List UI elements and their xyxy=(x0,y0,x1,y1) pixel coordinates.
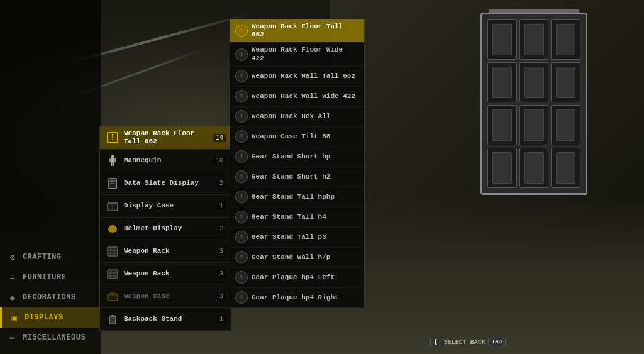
right-label-wrfw422: Weapon Rack Floor Wide 422 xyxy=(252,46,359,62)
mid-count-mannequin: 10 xyxy=(213,157,226,165)
helmet-icon xyxy=(105,221,120,236)
svg-rect-21 xyxy=(108,270,118,279)
mid-item-backpack-stand[interactable]: Backpack Stand 1 xyxy=(100,308,231,331)
rack-slot xyxy=(519,105,549,145)
nav-item-decorations[interactable]: ◈ DECORATIONS xyxy=(0,287,101,307)
back-key: TAB xyxy=(488,338,506,346)
right-item-gstp3[interactable]: ! Gear Stand Tall p3 xyxy=(230,228,364,248)
rack-slot xyxy=(551,62,580,102)
nav-miscellaneous-label: MISCELLANEOUS xyxy=(23,333,86,342)
backpack-icon xyxy=(105,312,120,327)
mid-item-left: Weapon Rack xyxy=(105,244,170,259)
mid-label-weapon-rack-2: Weapon Rack xyxy=(124,270,170,278)
mid-label-mannequin: Mannequin xyxy=(124,157,161,165)
right-item-gsthphp[interactable]: ! Gear Stand Tall hphp xyxy=(230,187,364,207)
mid-label-helmet: Helmet Display xyxy=(124,224,182,233)
back-button[interactable]: BACK TAB xyxy=(470,338,506,346)
rack-slot xyxy=(519,148,549,188)
mid-item-display-case[interactable]: Display Case 1 xyxy=(100,195,231,218)
svg-rect-2 xyxy=(109,158,111,162)
weapon-rack-preview xyxy=(480,13,594,201)
mid-item-weapon-rack-floor-tall[interactable]: ! Weapon Rack Floor Tall 662 14 xyxy=(100,126,231,150)
right-item-wrft662[interactable]: ! Weapon Rack Floor Tall 662 xyxy=(230,19,364,43)
mid-label-display-case: Display Case xyxy=(124,202,174,210)
right-item-wct88[interactable]: ! Weapon Case Tilt 88 xyxy=(230,127,364,147)
svg-rect-30 xyxy=(111,319,114,321)
right-warning-icon-12: ! xyxy=(235,271,248,284)
right-item-gsth4[interactable]: ! Gear Stand Tall h4 xyxy=(230,207,364,228)
right-label-wrft662: Weapon Rack Floor Tall 662 xyxy=(252,23,359,39)
right-label-gsth4: Gear Stand Tall h4 xyxy=(252,213,326,221)
rack-slot xyxy=(519,62,549,102)
svg-rect-9 xyxy=(110,185,113,185)
rack-slot xyxy=(551,148,580,188)
nav-displays-label: DISPLAYS xyxy=(25,313,64,322)
crafting-icon: ⚙ xyxy=(8,252,18,262)
mid-item-left: Weapon Rack xyxy=(105,267,170,282)
nav-item-crafting[interactable]: ⚙ CRAFTING xyxy=(0,247,101,267)
right-warning-icon-7: ! xyxy=(235,170,248,183)
rack-frame xyxy=(480,13,587,195)
bottom-controls: [ SELECT BACK TAB xyxy=(430,338,506,346)
mid-item-data-slate[interactable]: Data Slate Display 2 xyxy=(100,172,231,195)
right-warning-icon-6: ! xyxy=(235,150,248,163)
select-button[interactable]: [ SELECT xyxy=(430,338,466,346)
rack-slot xyxy=(487,62,517,102)
mid-count-display-case: 1 xyxy=(217,202,226,210)
right-warning-icon-10: ! xyxy=(235,231,248,243)
right-warning-icon-2: ! xyxy=(235,70,248,82)
displays-icon: ▣ xyxy=(9,313,19,323)
nav-item-furniture[interactable]: ≡ FURNITURE xyxy=(0,267,101,287)
right-label-gsthphp: Gear Stand Tall hphp xyxy=(252,193,335,201)
mid-item-left: Mannequin xyxy=(105,153,161,169)
mid-label-data-slate: Data Slate Display xyxy=(124,179,199,187)
nav-item-displays[interactable]: ▣ DISPLAYS xyxy=(0,307,101,328)
mid-item-left: Helmet Display xyxy=(105,221,182,236)
svg-rect-7 xyxy=(110,180,115,182)
right-item-wrha[interactable]: ! Weapon Rack Hex All xyxy=(230,107,364,127)
right-label-wrww422: Weapon Rack Wall Wide 422 xyxy=(252,92,355,101)
svg-point-0 xyxy=(111,155,114,158)
nav-decorations-label: DECORATIONS xyxy=(23,293,76,302)
mid-item-left: Data Slate Display xyxy=(105,176,199,191)
mid-item-weapon-rack-1[interactable]: Weapon Rack 3 xyxy=(100,240,231,263)
right-warning-icon-0: ! xyxy=(235,25,248,37)
right-warning-icon-5: ! xyxy=(235,130,248,143)
mid-count-helmet: 2 xyxy=(217,224,226,233)
mid-item-weapon-rack-2[interactable]: Weapon Rack 3 xyxy=(100,263,231,285)
svg-point-14 xyxy=(109,225,116,230)
right-label-gph4l: Gear Plaque hp4 Left xyxy=(252,274,335,282)
nav-item-miscellaneous[interactable]: ⋯ MISCELLANEOUS xyxy=(0,328,101,348)
right-item-gph4r[interactable]: ! Gear Plaque hp4 Right xyxy=(230,288,364,308)
weapon-case-icon xyxy=(105,289,120,304)
mid-count-weapon-case: 3 xyxy=(217,292,226,301)
rack-slot xyxy=(551,105,580,145)
mid-item-helmet-display[interactable]: Helmet Display 2 xyxy=(100,218,231,240)
mid-label-backpack: Backpack Stand xyxy=(124,315,182,323)
right-item-wrwt662[interactable]: ! Weapon Rack Wall Tall 662 xyxy=(230,67,364,87)
rack-slot xyxy=(551,19,580,60)
mid-item-mannequin[interactable]: Mannequin 10 xyxy=(100,150,231,172)
select-label: SELECT xyxy=(444,339,467,346)
mid-item-left: ! Weapon Rack Floor Tall 662 xyxy=(105,130,213,146)
mid-count-wrft: 14 xyxy=(213,134,226,142)
right-item-wrww422[interactable]: ! Weapon Rack Wall Wide 422 xyxy=(230,87,364,107)
svg-rect-3 xyxy=(114,158,116,162)
mid-item-weapon-case[interactable]: Weapon Case 3 xyxy=(100,285,231,308)
right-item-wrfw422[interactable]: ! Weapon Rack Floor Wide 422 xyxy=(230,43,364,66)
mid-count-backpack: 1 xyxy=(217,315,226,323)
decorations-icon: ◈ xyxy=(8,292,18,302)
svg-rect-16 xyxy=(108,247,118,256)
right-item-gph4l[interactable]: ! Gear Plaque hp4 Left xyxy=(230,268,364,288)
weapon-rack-icon-2 xyxy=(105,267,120,282)
mid-item-left: Display Case xyxy=(105,199,174,214)
right-item-gsshp[interactable]: ! Gear Stand Short hp xyxy=(230,147,364,167)
right-label-gph4r: Gear Plaque hp4 Right xyxy=(252,294,339,302)
right-label-gswhp: Gear Stand Wall h/p xyxy=(252,253,330,262)
mid-item-left: Weapon Case xyxy=(105,289,170,304)
right-label-gssh2: Gear Stand Short h2 xyxy=(252,173,330,181)
right-item-gswhp[interactable]: ! Gear Stand Wall h/p xyxy=(230,248,364,268)
rack-slot xyxy=(519,19,549,60)
miscellaneous-icon: ⋯ xyxy=(8,333,18,343)
right-item-gssh2[interactable]: ! Gear Stand Short h2 xyxy=(230,167,364,187)
